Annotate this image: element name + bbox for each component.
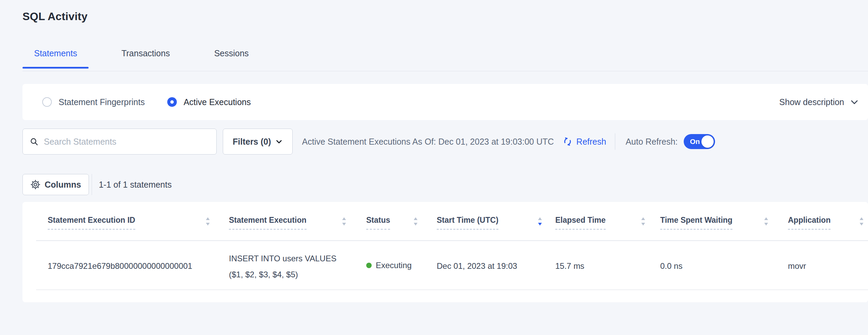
column-header-label: Statement Execution — [229, 216, 307, 230]
controls-row: Filters (0) Active Statement Executions … — [22, 129, 868, 155]
radio-unselected-icon — [42, 97, 52, 107]
toggle-knob — [701, 135, 714, 148]
columns-button-label: Columns — [45, 180, 81, 190]
filters-label: Filters (0) — [233, 137, 271, 147]
toggle-state-label: On — [690, 137, 700, 146]
sort-icon-active-desc[interactable] — [537, 216, 543, 227]
table-header-divider — [36, 241, 868, 241]
gear-icon — [30, 179, 41, 190]
refresh-icon — [562, 136, 573, 147]
cell-start-time: Dec 01, 2023 at 19:03 — [437, 261, 517, 271]
cell-execution-id: 179cca7921e679b80000000000000001 — [48, 261, 192, 271]
auto-refresh-label: Auto Refresh: — [625, 137, 678, 147]
tab-sessions[interactable]: Sessions — [203, 48, 260, 68]
column-header-application[interactable]: Application — [788, 216, 831, 230]
cell-status: Executing — [366, 261, 412, 270]
tab-transactions[interactable]: Transactions — [110, 48, 181, 68]
cell-time-spent-waiting: 0.0 ns — [660, 261, 682, 271]
tab-bar: Statements Transactions Sessions — [22, 48, 281, 68]
table-row-divider — [36, 290, 868, 290]
refresh-label: Refresh — [576, 137, 606, 147]
sort-icon[interactable] — [412, 216, 419, 227]
column-header-statement-execution-id[interactable]: Statement Execution ID — [48, 216, 135, 230]
divider — [92, 174, 92, 195]
chevron-down-icon — [275, 138, 283, 145]
column-header-statement-execution[interactable]: Statement Execution — [229, 216, 307, 230]
search-input[interactable] — [44, 137, 210, 147]
show-description-button[interactable]: Show description — [779, 97, 859, 107]
results-count: 1-1 of 1 statements — [99, 180, 172, 190]
chevron-down-icon — [850, 97, 859, 107]
radio-label: Statement Fingerprints — [59, 97, 145, 107]
column-header-time-spent-waiting[interactable]: Time Spent Waiting — [660, 216, 732, 230]
columns-button[interactable]: Columns — [22, 174, 89, 195]
radio-active-executions[interactable]: Active Executions — [167, 97, 251, 107]
column-header-label: Time Spent Waiting — [660, 216, 732, 230]
status-executing-dot-icon — [366, 263, 372, 268]
filters-button[interactable]: Filters (0) — [223, 129, 293, 155]
show-description-label: Show description — [779, 97, 844, 107]
sort-icon[interactable] — [763, 216, 770, 227]
column-header-label: Application — [788, 216, 831, 230]
sort-icon[interactable] — [204, 216, 211, 227]
statements-table-card: Statement Execution ID Statement Executi… — [22, 202, 868, 302]
search-icon — [30, 137, 38, 146]
radio-selected-icon — [167, 97, 177, 107]
sql-activity-page: SQL Activity Statements Transactions Ses… — [0, 0, 868, 335]
cell-elapsed-time: 15.7 ms — [555, 261, 584, 271]
tab-bar-divider — [22, 71, 868, 71]
auto-refresh-toggle[interactable]: On — [684, 134, 715, 149]
column-header-elapsed-time[interactable]: Elapsed Time — [555, 216, 606, 230]
refresh-button[interactable]: Refresh — [562, 136, 606, 147]
results-bar: Columns 1-1 of 1 statements — [22, 174, 172, 195]
divider — [615, 133, 615, 150]
sort-icon[interactable] — [858, 216, 865, 227]
sort-icon[interactable] — [341, 216, 347, 227]
column-header-status[interactable]: Status — [366, 216, 390, 230]
statement-line-1: INSERT INTO users VALUES — [229, 250, 337, 266]
radio-label: Active Executions — [184, 97, 251, 107]
column-header-start-time[interactable]: Start Time (UTC) — [437, 216, 498, 230]
search-box[interactable] — [22, 129, 217, 155]
cell-application: movr — [788, 261, 806, 271]
view-mode-card: Statement Fingerprints Active Executions… — [22, 84, 868, 120]
column-header-label: Elapsed Time — [555, 216, 606, 230]
cell-statement-execution: INSERT INTO users VALUES ($1, $2, $3, $4… — [229, 250, 337, 282]
column-header-label: Statement Execution ID — [48, 216, 135, 230]
statement-line-2: ($1, $2, $3, $4, $5) — [229, 266, 337, 282]
column-header-label: Start Time (UTC) — [437, 216, 498, 230]
status-label: Executing — [376, 261, 412, 270]
page-title: SQL Activity — [22, 10, 88, 23]
as-of-timestamp: Active Statement Executions As Of: Dec 0… — [302, 137, 554, 147]
tab-statements[interactable]: Statements — [22, 48, 89, 68]
radio-statement-fingerprints[interactable]: Statement Fingerprints — [42, 97, 145, 107]
column-header-label: Status — [366, 216, 390, 230]
sort-icon[interactable] — [640, 216, 647, 227]
